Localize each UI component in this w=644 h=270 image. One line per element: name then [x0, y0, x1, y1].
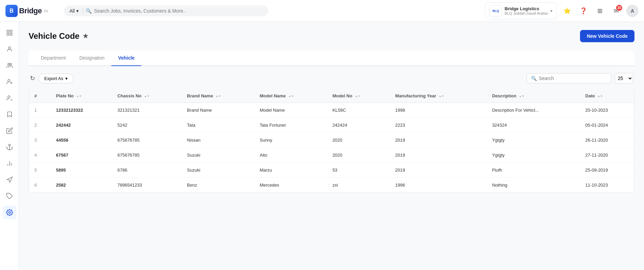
table-row[interactable]: 4 67567 675676785 Suzuki Alto 2020 2019 … — [29, 148, 634, 163]
svg-rect-3 — [10, 33, 12, 35]
col-date[interactable]: Date ▲▼ — [580, 89, 634, 103]
apps-button[interactable]: ⊞ — [594, 5, 606, 17]
cell-model-no: 53 — [327, 163, 390, 178]
cell-model-no: zxi — [327, 178, 390, 193]
cell-num: 2 — [29, 118, 50, 133]
cell-model-name: Mercedes — [254, 178, 327, 193]
page-header: Vehicle Code ★ New Vehicle Code — [29, 30, 634, 42]
cell-brand-name: Tata — [181, 118, 254, 133]
cell-plate-no: 67567 — [50, 148, 112, 163]
table-toolbar: ↻ Export As ▾ 🔍 25 50 100 — [29, 73, 634, 84]
favorite-icon[interactable]: ★ — [83, 32, 88, 40]
cell-description: Nothing — [487, 178, 580, 193]
table-row[interactable]: 3 44556 675676785 Nissan Sunny 2020 2019… — [29, 133, 634, 148]
toolbar-right: 🔍 25 50 100 — [527, 73, 633, 84]
cell-brand-name: Suzuki — [181, 163, 254, 178]
cell-num: 5 — [29, 163, 50, 178]
col-model-name[interactable]: Model Name ▲▼ — [254, 89, 327, 103]
sidebar-item-person-add[interactable] — [3, 75, 16, 89]
table-row[interactable]: 2 242442 5242 Tata Tata Fortuner 242424 … — [29, 118, 634, 133]
company-name: Bridge Logistics — [504, 6, 548, 11]
svg-rect-1 — [10, 30, 12, 32]
company-selector[interactable]: BLQ Bridge Logistics BLQ Jeddah,Saudi Ar… — [485, 2, 557, 19]
sidebar-item-person[interactable] — [3, 42, 16, 56]
cell-plate-no: 242442 — [50, 118, 112, 133]
cell-date: 27-11-2020 — [580, 148, 634, 163]
tab-designation[interactable]: Designation — [73, 50, 111, 66]
layout: Vehicle Code ★ New Vehicle Code Departme… — [0, 22, 644, 270]
cell-brand-name: Benz — [181, 178, 254, 193]
cell-model-no: 2020 — [327, 133, 390, 148]
table-search-input[interactable] — [539, 76, 607, 81]
sidebar-item-nav[interactable] — [3, 173, 16, 187]
tab-department[interactable]: Department — [34, 50, 73, 66]
sidebar-item-settings[interactable] — [3, 206, 16, 219]
table-row[interactable]: 5 5895 6786 Suzuki Marzu 53 2019 Ftufh 2… — [29, 163, 634, 178]
cell-date: 05-01-2024 — [580, 118, 634, 133]
svg-point-18 — [9, 212, 10, 213]
svg-rect-2 — [7, 33, 9, 35]
sidebar-item-tag[interactable] — [3, 189, 16, 203]
help-button[interactable]: ❓ — [577, 5, 590, 17]
sidebar-item-group[interactable] — [3, 59, 16, 72]
cell-date: 11-10-2023 — [580, 178, 634, 193]
cell-num: 3 — [29, 133, 50, 148]
cell-plate-no: 12332123322 — [50, 103, 112, 118]
tab-vehicle[interactable]: Vehicle — [111, 50, 141, 66]
cell-model-no: 242424 — [327, 118, 390, 133]
col-brand-name[interactable]: Brand Name ▲▼ — [181, 89, 254, 103]
cell-chassis-no: 675676785 — [112, 148, 181, 163]
col-chassis-no[interactable]: Chassis No ▲▼ — [112, 89, 181, 103]
table-row[interactable]: 1 12332123322 321321321 Brand Name Model… — [29, 103, 634, 118]
cell-brand-name: Suzuki — [181, 148, 254, 163]
chevron-down-icon: ▾ — [76, 8, 79, 14]
star-button[interactable]: ⭐ — [561, 5, 573, 17]
topnav: B Bridge .ltd All ▾ 🔍 BLQ Bridge Logisti… — [0, 0, 644, 22]
export-button[interactable]: Export As ▾ — [38, 74, 74, 83]
search-type-dropdown[interactable]: All ▾ — [69, 8, 83, 14]
refresh-button[interactable]: ↻ — [30, 75, 35, 82]
new-vehicle-code-button[interactable]: New Vehicle Code — [580, 30, 634, 42]
sidebar-item-chart[interactable] — [3, 157, 16, 170]
col-plate-no[interactable]: Plate No ▲▼ — [50, 89, 112, 103]
cell-date: 26-11-2020 — [580, 133, 634, 148]
cell-mfg-year: 1996 — [390, 178, 487, 193]
company-logo: BLQ — [489, 5, 502, 17]
logo-icon: B — [5, 5, 18, 17]
sidebar-item-anchor[interactable] — [3, 140, 16, 154]
sidebar-item-grid[interactable] — [3, 26, 16, 39]
sidebar-item-person-manage[interactable] — [3, 91, 16, 105]
svg-point-10 — [8, 96, 10, 98]
tabs: Department Designation Vehicle — [29, 50, 634, 66]
cell-model-name: Model Name — [254, 103, 327, 118]
search-icon: 🔍 — [86, 8, 92, 14]
cell-mfg-year: 2019 — [390, 163, 487, 178]
logo[interactable]: B Bridge .ltd — [5, 5, 60, 17]
col-description[interactable]: Description ▲▼ — [487, 89, 580, 103]
cell-chassis-no: 7896541233 — [112, 178, 181, 193]
global-search-input[interactable] — [94, 8, 263, 14]
sidebar-item-bookmark[interactable] — [3, 108, 16, 121]
col-mfg-year[interactable]: Manufacturing Year ▲▼ — [390, 89, 487, 103]
cell-chassis-no: 5242 — [112, 118, 181, 133]
notifications-button[interactable]: ✉ 10 — [610, 5, 622, 17]
cell-model-name: Sunny — [254, 133, 327, 148]
sidebar — [0, 22, 19, 270]
cell-description: Ygtgty — [487, 133, 580, 148]
global-search-bar: All ▾ 🔍 — [64, 5, 268, 16]
col-model-no[interactable]: Model No ▲▼ — [327, 89, 390, 103]
cell-plate-no: 44556 — [50, 133, 112, 148]
cell-description: Ftufh — [487, 163, 580, 178]
per-page-select[interactable]: 25 50 100 — [615, 73, 633, 84]
sidebar-item-edit[interactable] — [3, 124, 16, 138]
table-row[interactable]: 6 2582 7896541233 Benz Mercedes zxi 1996… — [29, 178, 634, 193]
page-title-area: Vehicle Code ★ — [29, 31, 88, 41]
vehicle-table: # Plate No ▲▼ Chassis No ▲▼ Brand Name ▲… — [29, 89, 634, 193]
user-avatar[interactable]: A — [626, 5, 639, 17]
cell-mfg-year: 2019 — [390, 148, 487, 163]
page-title: Vehicle Code — [29, 31, 79, 41]
col-num: # — [29, 89, 50, 103]
cell-chassis-no: 321321321 — [112, 103, 181, 118]
per-page-selector[interactable]: 25 50 100 — [615, 73, 633, 84]
cell-chassis-no: 6786 — [112, 163, 181, 178]
